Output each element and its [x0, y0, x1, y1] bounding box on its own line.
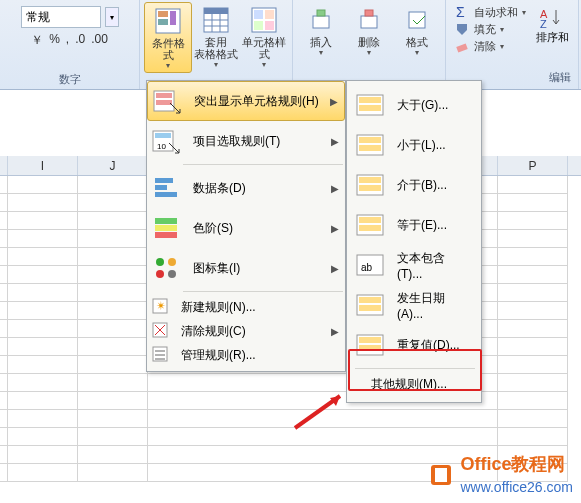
- text-contains-item[interactable]: ab 文本包含(T)...: [351, 245, 477, 285]
- watermark: Office教程网 www.office26.com: [428, 452, 573, 497]
- color-scales-label: 色阶(S): [193, 220, 233, 237]
- color-scales-item[interactable]: 色阶(S) ▶: [147, 208, 345, 248]
- clear-rules-icon: [151, 321, 171, 341]
- number-format-dropdown[interactable]: ▾: [105, 7, 119, 27]
- manage-rules-item[interactable]: 管理规则(R)...: [147, 343, 345, 367]
- highlight-rules-label: 突出显示单元格规则(H): [194, 93, 319, 110]
- top-bottom-icon: 10: [151, 125, 183, 157]
- svg-rect-51: [359, 105, 381, 111]
- svg-text:ab: ab: [361, 262, 373, 273]
- svg-rect-19: [409, 12, 425, 28]
- svg-rect-64: [359, 297, 381, 303]
- submenu-arrow-icon: ▶: [331, 183, 339, 194]
- insert-button[interactable]: 插入 ▾: [297, 2, 345, 59]
- number-format-combo[interactable]: 常规: [21, 6, 101, 28]
- number-format-value: 常规: [26, 9, 50, 26]
- svg-point-39: [168, 270, 176, 278]
- autosum-label: 自动求和: [474, 5, 518, 20]
- increase-decimal-icon[interactable]: .0: [75, 32, 85, 49]
- chevron-down-icon: ▾: [500, 25, 504, 34]
- sort-filter-button[interactable]: AZ 排序和: [530, 2, 574, 45]
- sigma-icon: Σ: [454, 4, 470, 20]
- duplicate-values-label: 重复值(D)...: [397, 337, 460, 354]
- svg-rect-34: [155, 225, 177, 231]
- svg-rect-60: [359, 225, 381, 231]
- svg-rect-26: [156, 100, 172, 105]
- sort-icon: AZ: [538, 6, 566, 30]
- greater-than-icon: [355, 89, 387, 121]
- svg-rect-3: [170, 11, 176, 25]
- percent-icon[interactable]: %: [49, 32, 60, 49]
- cells-group: 插入 ▾ 删除 ▾ 格式 ▾: [293, 0, 446, 89]
- svg-rect-28: [155, 133, 171, 138]
- insert-label: 插入: [310, 36, 332, 48]
- new-rule-item[interactable]: ✴ 新建规则(N)...: [147, 295, 345, 319]
- menu-separator: [183, 291, 343, 292]
- column-header-p[interactable]: P: [498, 156, 568, 175]
- conditional-formatting-icon: [152, 5, 184, 37]
- svg-rect-56: [359, 177, 381, 183]
- chevron-down-icon: ▾: [500, 42, 504, 51]
- editing-group: Σ 自动求和 ▾ 填充 ▾ 清除 ▾ AZ 排序和 编辑: [446, 0, 579, 89]
- greater-than-item[interactable]: 大于(G)...: [351, 85, 477, 125]
- column-header-j[interactable]: J: [78, 156, 148, 175]
- svg-point-36: [156, 258, 164, 266]
- icon-sets-icon: [151, 252, 183, 284]
- equal-to-item[interactable]: 等于(E)...: [351, 205, 477, 245]
- less-than-label: 小于(L)...: [397, 137, 446, 154]
- editing-group-label: 编辑: [549, 70, 571, 87]
- top-bottom-label: 项目选取规则(T): [193, 133, 280, 150]
- between-item[interactable]: 介于(B)...: [351, 165, 477, 205]
- svg-rect-65: [359, 305, 381, 311]
- delete-button[interactable]: 删除 ▾: [345, 2, 393, 59]
- equal-to-label: 等于(E)...: [397, 217, 447, 234]
- cell-styles-icon: [248, 4, 280, 36]
- cell-styles-button[interactable]: 单元格样式 ▾: [240, 2, 288, 73]
- new-rule-label: 新建规则(N)...: [181, 299, 256, 316]
- svg-rect-16: [317, 10, 325, 16]
- chevron-down-icon: ▾: [262, 60, 266, 69]
- comma-icon[interactable]: ,: [66, 32, 69, 49]
- fill-icon: [454, 21, 470, 37]
- date-occurring-item[interactable]: 发生日期(A)...: [351, 285, 477, 325]
- date-occurring-label: 发生日期(A)...: [397, 290, 461, 321]
- color-scales-icon: [151, 212, 183, 244]
- watermark-brand: Office: [460, 454, 511, 474]
- duplicate-values-item[interactable]: 重复值(D)...: [351, 325, 477, 365]
- svg-rect-32: [155, 192, 177, 197]
- number-group: 常规 ▾ ￥ % , .0 .00 数字: [0, 0, 140, 89]
- delete-icon: [353, 4, 385, 36]
- icon-sets-item[interactable]: 图标集(I) ▶: [147, 248, 345, 288]
- data-bars-item[interactable]: 数据条(D) ▶: [147, 168, 345, 208]
- equal-to-icon: [355, 209, 387, 241]
- svg-rect-67: [359, 337, 381, 343]
- chevron-down-icon: ▾: [319, 48, 323, 57]
- decrease-decimal-icon[interactable]: .00: [91, 32, 108, 49]
- column-header-i[interactable]: I: [8, 156, 78, 175]
- clear-button[interactable]: 清除 ▾: [454, 38, 526, 54]
- submenu-arrow-icon: ▶: [331, 223, 339, 234]
- conditional-formatting-button[interactable]: 条件格式 ▾: [144, 2, 192, 73]
- svg-point-37: [168, 258, 176, 266]
- highlight-cells-rules-item[interactable]: 突出显示单元格规则(H) ▶: [147, 81, 345, 121]
- format-button[interactable]: 格式 ▾: [393, 2, 441, 59]
- svg-rect-30: [155, 178, 173, 183]
- top-bottom-rules-item[interactable]: 10 项目选取规则(T) ▶: [147, 121, 345, 161]
- fill-button[interactable]: 填充 ▾: [454, 21, 526, 37]
- clear-icon: [454, 38, 470, 54]
- submenu-arrow-icon: ▶: [331, 136, 339, 147]
- submenu-arrow-icon: ▶: [331, 326, 339, 337]
- autosum-button[interactable]: Σ 自动求和 ▾: [454, 4, 526, 20]
- svg-rect-33: [155, 218, 177, 224]
- fill-label: 填充: [474, 22, 496, 37]
- clear-rules-item[interactable]: 清除规则(C) ▶: [147, 319, 345, 343]
- date-icon: [355, 289, 387, 321]
- more-rules-item[interactable]: 其他规则(M)...: [351, 372, 477, 396]
- less-than-item[interactable]: 小于(L)...: [351, 125, 477, 165]
- svg-rect-50: [359, 97, 381, 103]
- svg-rect-17: [361, 16, 377, 28]
- format-as-table-label: 套用 表格格式: [194, 36, 238, 60]
- format-as-table-button[interactable]: 套用 表格格式 ▾: [192, 2, 240, 73]
- svg-rect-1: [158, 11, 168, 17]
- currency-icon[interactable]: ￥: [31, 32, 43, 49]
